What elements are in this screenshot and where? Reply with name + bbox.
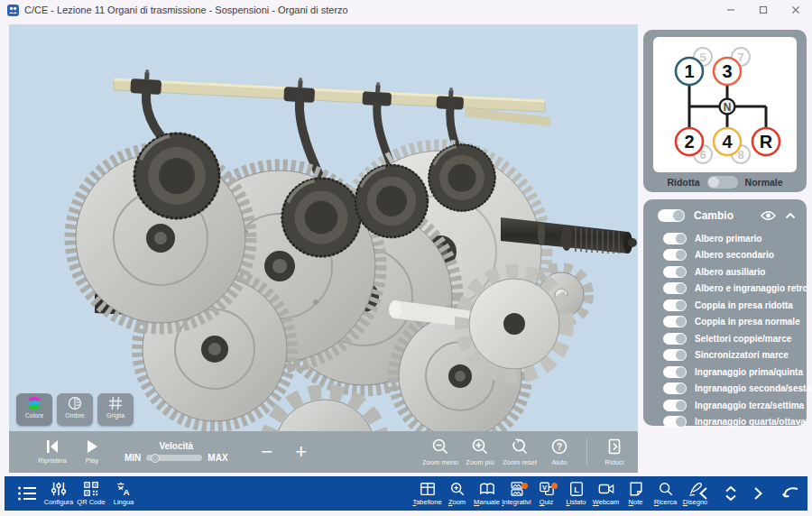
range-toggle-row: Ridotta Normale xyxy=(643,176,807,189)
layer-row[interactable]: Albero ausiliario xyxy=(643,263,807,281)
toolbar-item-integrativi[interactable]: Integrativi xyxy=(502,481,531,507)
zoom-reset-label: Zoom reset xyxy=(503,458,537,466)
table-icon xyxy=(420,481,436,497)
menu-button[interactable] xyxy=(12,484,42,502)
maximize-button[interactable] xyxy=(747,0,780,20)
toolbar-item-lingua[interactable]: A Lingua xyxy=(107,481,140,507)
zoom-out-icon xyxy=(431,438,449,456)
layers-header[interactable]: Cambio xyxy=(643,207,807,225)
return-arrow-icon[interactable] xyxy=(780,485,800,502)
gear-r: R xyxy=(760,132,773,152)
help-icon: ? xyxy=(550,438,568,456)
chevron-up-down-icon[interactable] xyxy=(723,484,739,502)
window-title: C/CE - Lezione 11 Organi di trasmissione… xyxy=(24,5,348,15)
layer-toggle[interactable] xyxy=(663,382,687,394)
toolbar-item-label: Manuale xyxy=(474,498,500,506)
toolbar-item-label: Note xyxy=(629,498,643,506)
reduce-button[interactable]: Riduci xyxy=(595,438,634,466)
layer-toggle[interactable] xyxy=(663,266,687,278)
toolbar-item-note[interactable]: Note xyxy=(621,481,651,507)
app-icon xyxy=(7,5,19,16)
layer-toggle[interactable] xyxy=(663,400,687,411)
speed-decrease-button[interactable]: − xyxy=(250,440,284,464)
toolbar-item-label: Configura xyxy=(44,498,74,506)
zoom-out-button[interactable]: Zoom meno xyxy=(420,438,460,466)
toolbar-item-label: Listato xyxy=(566,498,586,506)
layer-row[interactable]: Coppia in presa ridotta xyxy=(643,297,807,314)
zoom-reset-button[interactable]: Zoom reset xyxy=(500,438,540,466)
layer-toggle[interactable] xyxy=(663,282,687,294)
toolbar-nav-group xyxy=(697,476,800,511)
close-button[interactable] xyxy=(780,0,812,20)
gear-4: 4 xyxy=(722,132,733,152)
3d-viewport[interactable]: Colore Ombre Griglia xyxy=(9,24,638,431)
toolbar-item-label: Webcam xyxy=(593,498,619,506)
chevron-right-icon[interactable] xyxy=(751,485,765,502)
controlbar-separator xyxy=(586,438,587,465)
layer-row[interactable]: Sincronizzatori marce xyxy=(643,347,807,364)
color-button[interactable]: Colore xyxy=(16,393,52,426)
shift-pattern-diagram: 5 7 6 8 1 3 2 4 R N xyxy=(653,37,797,172)
speed-increase-button[interactable]: + xyxy=(284,440,318,464)
toolbar-item-tabellone[interactable]: Tabellone xyxy=(412,481,442,507)
layer-row[interactable]: Albero secondario xyxy=(643,247,807,264)
layers-panel: Cambio Albero primario Albero secondario… xyxy=(643,199,807,426)
layer-row[interactable]: Albero e ingranaggio retro xyxy=(643,281,807,298)
speed-slider[interactable] xyxy=(146,455,202,461)
grid-button[interactable]: Griglia xyxy=(97,393,134,426)
zoom-reset-icon xyxy=(511,438,529,456)
layer-row[interactable]: Ingranaggio terza/settima xyxy=(643,397,807,414)
layer-toggle[interactable] xyxy=(663,366,687,378)
toolbar-item-listato[interactable]: L Listato xyxy=(561,481,591,507)
range-toggle[interactable] xyxy=(707,176,738,189)
toolbar-item-webcam[interactable]: Webcam xyxy=(591,481,621,507)
layer-toggle[interactable] xyxy=(663,249,687,261)
shadows-button[interactable]: Ombre xyxy=(57,393,93,426)
layer-row[interactable]: Selettori coppie/marce xyxy=(643,330,807,347)
layer-toggle[interactable] xyxy=(663,349,687,361)
toolbar-item-ricerca[interactable]: Ricerca xyxy=(651,481,680,507)
layer-toggle[interactable] xyxy=(663,416,687,428)
toolbar-item-label: Zoom xyxy=(448,498,466,506)
bottom-toolbar: Configura QR Code A Lingua xyxy=(5,476,807,511)
layer-toggle[interactable] xyxy=(663,316,687,327)
layer-label: Ingranaggio quarta/ottava xyxy=(695,417,806,427)
layer-row[interactable]: Albero primario xyxy=(643,230,807,247)
speed-slider-thumb[interactable] xyxy=(151,454,160,463)
toolbar-item-manuale[interactable]: Manuale xyxy=(472,481,502,507)
layer-row[interactable]: Coppia in presa normale xyxy=(643,314,807,331)
speed-min-label: MIN xyxy=(125,453,141,463)
qr-code-icon xyxy=(83,481,99,497)
toolbar-item-label: Integrativi xyxy=(502,498,531,506)
gear-1: 1 xyxy=(684,61,694,81)
play-button[interactable]: Play xyxy=(72,439,112,465)
chevron-left-icon[interactable] xyxy=(697,485,711,502)
layer-row[interactable]: Ingranaggio seconda/sesta xyxy=(643,381,807,398)
toolbar-item-qrcode[interactable]: QR Code xyxy=(75,481,107,507)
toolbar-item-quiz[interactable]: V Quiz xyxy=(531,481,561,507)
listing-icon: L xyxy=(568,481,585,497)
layer-row[interactable]: Ingranaggio quarta/ottava xyxy=(643,414,807,431)
layer-toggle[interactable] xyxy=(663,233,687,244)
reduced-label: Ridotta xyxy=(667,177,699,188)
toolbar-item-label: Lingua xyxy=(114,498,134,506)
layer-toggle[interactable] xyxy=(663,333,687,345)
zoom-in-button[interactable]: Zoom più xyxy=(460,438,500,466)
toolbar-item-configura[interactable]: Configura xyxy=(42,481,75,507)
chevron-up-icon[interactable] xyxy=(785,212,796,219)
normal-label: Normale xyxy=(745,177,783,188)
toolbar-item-zoom[interactable]: Zoom xyxy=(442,481,472,507)
toolbar-main-group: Tabellone Zoom Manuale xyxy=(412,476,710,511)
help-button[interactable]: ? Aiuto xyxy=(540,438,579,466)
restore-button[interactable]: Ripristina xyxy=(32,439,72,465)
layer-row[interactable]: Ingranaggio prima/quinta xyxy=(643,364,807,381)
shadows-button-label: Ombre xyxy=(65,412,84,419)
skip-start-icon xyxy=(43,439,61,454)
search-icon xyxy=(658,481,674,497)
layer-label: Selettori coppie/marce xyxy=(695,334,791,344)
eye-icon[interactable] xyxy=(761,210,776,221)
minimize-button[interactable] xyxy=(715,0,747,20)
layers-master-toggle[interactable] xyxy=(658,209,685,222)
layer-toggle[interactable] xyxy=(663,299,687,311)
shading-icon xyxy=(68,396,82,410)
